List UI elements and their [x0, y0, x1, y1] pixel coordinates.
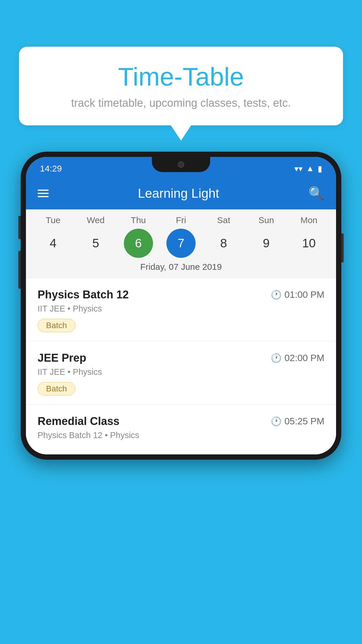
menu-icon[interactable]	[38, 190, 49, 197]
phone-frame-container: 14:29 ▾▾ ▲ ▮ Learning Light 🔍	[21, 152, 341, 460]
volume-up-button	[18, 216, 21, 239]
classes-list: Physics Batch 12 🕐 01:00 PM IIT JEE • Ph…	[26, 278, 336, 454]
batch-badge-2: Batch	[38, 382, 75, 396]
day-header-mon: Mon	[294, 215, 324, 225]
battery-icon: ▮	[318, 164, 322, 174]
class-time-2: 🕐 02:00 PM	[271, 353, 324, 363]
volume-down-button	[18, 251, 21, 289]
day-7-selected[interactable]: 7	[166, 229, 196, 258]
class-name-1: Physics Batch 12	[38, 288, 129, 301]
class-item-2[interactable]: JEE Prep 🕐 02:00 PM IIT JEE • Physics Ba…	[26, 341, 336, 405]
day-8[interactable]: 8	[209, 229, 238, 258]
speech-bubble-container: Time-Table track timetable, upcoming cla…	[19, 47, 343, 125]
signal-icon: ▲	[306, 164, 314, 173]
day-header-wed: Wed	[81, 215, 110, 225]
power-button	[341, 233, 344, 262]
phone-screen: 14:29 ▾▾ ▲ ▮ Learning Light 🔍	[26, 157, 336, 454]
page-subtitle: track timetable, upcoming classes, tests…	[36, 97, 326, 109]
day-9[interactable]: 9	[252, 229, 281, 258]
day-numbers: 4 5 6 7 8 9 10	[26, 229, 336, 258]
class-name-2: JEE Prep	[38, 352, 86, 364]
status-time: 14:29	[40, 164, 62, 174]
speech-bubble: Time-Table track timetable, upcoming cla…	[19, 47, 343, 125]
day-4[interactable]: 4	[38, 229, 68, 258]
class-subtitle-1: IIT JEE • Physics	[38, 304, 324, 314]
day-header-sun: Sun	[252, 215, 281, 225]
clock-icon-1: 🕐	[271, 290, 282, 300]
class-item-1[interactable]: Physics Batch 12 🕐 01:00 PM IIT JEE • Ph…	[26, 278, 336, 341]
search-icon[interactable]: 🔍	[308, 186, 324, 201]
class-header-3: Remedial Class 🕐 05:25 PM	[38, 415, 324, 428]
class-time-value-3: 05:25 PM	[284, 416, 324, 427]
class-subtitle-3: Physics Batch 12 • Physics	[38, 430, 324, 440]
batch-badge-1: Batch	[38, 319, 75, 332]
class-time-1: 🕐 01:00 PM	[271, 289, 324, 300]
wifi-icon: ▾▾	[294, 164, 303, 174]
day-header-tue: Tue	[38, 215, 68, 225]
day-header-fri: Fri	[166, 215, 196, 225]
calendar-strip: Tue Wed Thu Fri Sat Sun Mon 4 5 6 7 8 9 …	[26, 209, 336, 278]
class-time-3: 🕐 05:25 PM	[271, 416, 324, 427]
day-header-sat: Sat	[209, 215, 238, 225]
day-header-thu: Thu	[124, 215, 153, 225]
class-subtitle-2: IIT JEE • Physics	[38, 367, 324, 377]
class-item-3[interactable]: Remedial Class 🕐 05:25 PM Physics Batch …	[26, 405, 336, 454]
app-bar: Learning Light 🔍	[26, 177, 336, 209]
selected-date-label: Friday, 07 June 2019	[26, 258, 336, 275]
app-title: Learning Light	[57, 186, 300, 201]
day-6-today[interactable]: 6	[124, 229, 153, 258]
class-time-value-2: 02:00 PM	[284, 353, 324, 363]
class-name-3: Remedial Class	[38, 415, 120, 428]
day-10[interactable]: 10	[294, 229, 324, 258]
day-5[interactable]: 5	[81, 229, 110, 258]
clock-icon-2: 🕐	[271, 353, 282, 363]
camera	[178, 161, 184, 168]
status-icons: ▾▾ ▲ ▮	[294, 164, 322, 174]
class-time-value-1: 01:00 PM	[284, 289, 324, 300]
class-header-1: Physics Batch 12 🕐 01:00 PM	[38, 288, 324, 301]
phone-frame: 14:29 ▾▾ ▲ ▮ Learning Light 🔍	[21, 152, 341, 460]
page-title: Time-Table	[36, 63, 326, 91]
clock-icon-3: 🕐	[271, 416, 282, 426]
class-header-2: JEE Prep 🕐 02:00 PM	[38, 352, 324, 364]
phone-notch	[152, 157, 210, 172]
day-headers: Tue Wed Thu Fri Sat Sun Mon	[26, 215, 336, 225]
